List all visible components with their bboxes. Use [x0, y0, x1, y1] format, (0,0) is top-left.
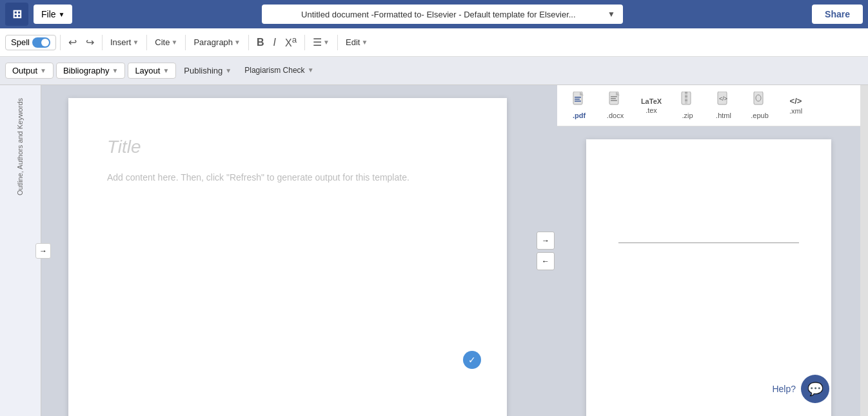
preview-line	[618, 243, 799, 243]
publishing-chevron-icon: ▼	[225, 67, 232, 74]
tex-icon: LaTeX	[641, 97, 662, 105]
svg-rect-11	[685, 95, 687, 97]
arrow-right-icon: →	[542, 236, 549, 245]
html-icon: </>	[716, 92, 731, 110]
docx-icon	[608, 92, 622, 110]
edit-label: Edit	[346, 37, 360, 47]
svg-rect-10	[685, 92, 687, 94]
xml-format-button[interactable]: </> .xml	[779, 94, 813, 117]
edit-dropdown[interactable]: Edit ▼	[342, 35, 371, 50]
plagiarism-button[interactable]: Plagiarism Check ▼	[239, 63, 319, 77]
html-label: .html	[716, 112, 731, 119]
zip-icon	[680, 92, 695, 110]
svg-rect-12	[685, 99, 687, 101]
separator-5	[248, 35, 249, 50]
undo-button[interactable]: ↩	[64, 34, 81, 51]
help-area: Help? 💬	[772, 375, 829, 403]
italic-button[interactable]: I	[270, 34, 280, 51]
epub-label: .epub	[751, 112, 769, 119]
align-chevron-icon: ▼	[323, 39, 330, 46]
paragraph-label: Paragraph	[193, 37, 233, 47]
superscript-icon: Xa	[285, 35, 297, 49]
editor-page: Title Add content here. Then, click "Ref…	[68, 98, 507, 416]
separator-2	[102, 35, 103, 50]
svg-rect-1	[575, 97, 581, 98]
plagiarism-label: Plagiarism Check	[244, 66, 304, 75]
paragraph-chevron-icon: ▼	[234, 39, 241, 46]
layout-button[interactable]: Layout ▼	[128, 63, 176, 79]
superscript-button[interactable]: Xa	[281, 32, 301, 52]
main-content: Outline, Authors and Keywords → Title Ad…	[0, 85, 868, 416]
share-label: Share	[825, 9, 850, 19]
cite-chevron-icon: ▼	[171, 39, 177, 46]
file-menu-button[interactable]: File ▼	[34, 5, 72, 24]
chat-icon: 💬	[807, 381, 824, 397]
editor-content-placeholder[interactable]: Add content here. Then, click "Refresh" …	[107, 170, 468, 184]
publishing-button[interactable]: Publishing ▼	[179, 63, 237, 78]
tex-format-button[interactable]: LaTeX .tex	[635, 95, 668, 117]
plagiarism-chevron-icon: ▼	[308, 66, 314, 74]
svg-rect-15	[754, 92, 763, 104]
layout-chevron-icon: ▼	[163, 67, 169, 74]
svg-rect-2	[575, 99, 580, 100]
separator-7	[337, 35, 338, 50]
format-icons-bar: .pdf .docx LaTeX .tex .zip </>	[557, 85, 860, 126]
top-bar: ⊞ File ▼ Untitled document -Formatted to…	[0, 0, 868, 28]
preview-area	[557, 126, 860, 416]
panel-expand-right-button[interactable]: →	[537, 232, 555, 250]
epub-format-button[interactable]: .epub	[743, 89, 776, 122]
output-button[interactable]: Output ▼	[5, 63, 54, 79]
logo-icon: ⊞	[12, 7, 22, 21]
arrow-left-icon: ←	[542, 257, 549, 266]
sidebar-arrow-icon: →	[39, 246, 47, 255]
panel-collapse-left-button[interactable]: ←	[537, 252, 555, 270]
bibliography-button[interactable]: Bibliography ▼	[56, 63, 125, 79]
checkmark-icon: ✓	[468, 355, 476, 365]
help-link[interactable]: Help?	[772, 384, 796, 394]
chat-button[interactable]: 💬	[801, 375, 829, 403]
title-dropdown-icon: ▼	[607, 10, 615, 19]
zip-label: .zip	[682, 112, 693, 119]
divider-panel: → ←	[534, 85, 557, 416]
redo-button[interactable]: ↪	[82, 34, 98, 51]
output-panel: .pdf .docx LaTeX .tex .zip </>	[557, 85, 860, 416]
checkmark-badge: ✓	[463, 351, 481, 369]
align-icon: ☰	[313, 36, 322, 48]
layout-label: Layout	[135, 66, 160, 75]
cite-label: Cite	[155, 37, 170, 47]
output-chevron-icon: ▼	[40, 67, 46, 74]
left-sidebar: Outline, Authors and Keywords →	[0, 85, 41, 416]
insert-dropdown[interactable]: Insert ▼	[106, 35, 143, 50]
right-scrollbar[interactable]	[860, 85, 868, 416]
share-button[interactable]: Share	[812, 5, 863, 24]
logo-button[interactable]: ⊞	[5, 3, 28, 26]
insert-chevron-icon: ▼	[132, 39, 139, 46]
svg-rect-6	[611, 98, 616, 99]
svg-rect-7	[611, 100, 617, 101]
svg-rect-5	[611, 96, 617, 97]
sidebar-expand-button[interactable]: →	[35, 243, 51, 259]
html-format-button[interactable]: </> .html	[707, 89, 740, 122]
docx-format-button[interactable]: .docx	[598, 89, 632, 122]
file-label: File	[41, 9, 56, 19]
pdf-label: .pdf	[573, 112, 586, 119]
paragraph-dropdown[interactable]: Paragraph ▼	[190, 35, 244, 50]
spell-button[interactable]: Spell	[5, 35, 56, 50]
svg-text:</>: </>	[719, 95, 727, 102]
separator-3	[146, 35, 147, 50]
xml-icon: </>	[790, 96, 802, 106]
document-title-bar[interactable]: Untitled document -Formatted to- Elsevie…	[262, 5, 623, 24]
spell-toggle[interactable]	[32, 37, 50, 48]
editor-area[interactable]: Title Add content here. Then, click "Ref…	[41, 85, 534, 416]
main-toolbar: Spell ↩ ↪ Insert ▼ Cite ▼ Paragraph ▼ B …	[0, 28, 868, 57]
edit-chevron-icon: ▼	[361, 39, 368, 46]
align-button[interactable]: ☰ ▼	[309, 34, 333, 51]
secondary-toolbar: Output ▼ Bibliography ▼ Layout ▼ Publish…	[0, 57, 868, 85]
editor-title-placeholder[interactable]: Title	[107, 137, 468, 157]
pdf-format-button[interactable]: .pdf	[562, 89, 596, 122]
zip-format-button[interactable]: .zip	[671, 89, 704, 122]
tex-label: .tex	[646, 106, 657, 114]
separator-6	[304, 35, 305, 50]
cite-dropdown[interactable]: Cite ▼	[151, 35, 181, 50]
bold-button[interactable]: B	[253, 34, 268, 51]
